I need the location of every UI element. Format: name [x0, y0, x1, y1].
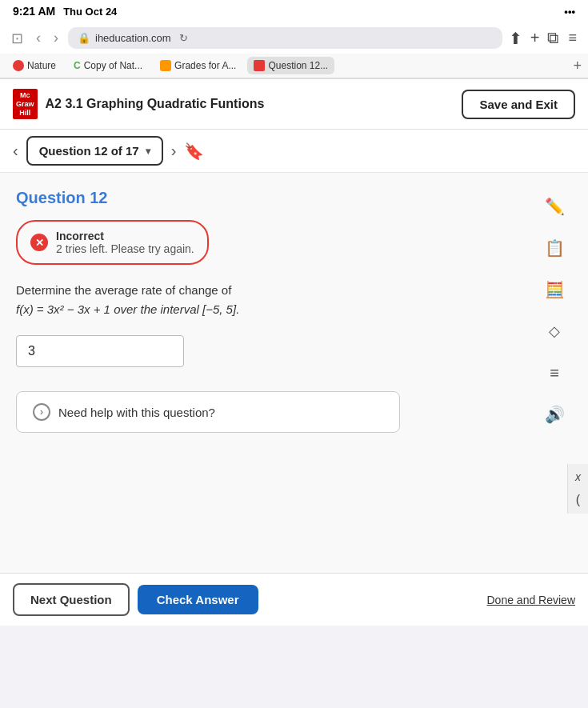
app-header: Mc Graw Hill A2 3.1 Graphing Quadratic F… — [0, 79, 588, 130]
tab-label-copy: Copy of Nat... — [84, 60, 142, 71]
question-nav-next-btn[interactable]: › — [171, 142, 177, 160]
logo-line2: Graw — [16, 100, 34, 109]
logo-line3: Hill — [16, 109, 34, 118]
chevron-down-icon: ▾ — [146, 146, 150, 157]
share-btn[interactable]: ⬆ — [509, 29, 522, 48]
tab-label-grades: Grades for A... — [174, 60, 236, 71]
tab-grades[interactable]: Grades for A... — [154, 57, 242, 74]
menu-btn[interactable]: ≡ — [565, 28, 580, 48]
status-icons: ••• — [564, 6, 575, 18]
help-chevron-icon: › — [33, 403, 50, 421]
back-btn[interactable]: ‹ — [33, 28, 44, 48]
save-exit-button[interactable]: Save and Exit — [462, 90, 575, 119]
question-title: Question 12 — [16, 189, 537, 207]
question-area: Question 12 ✕ Incorrect 2 tries left. Pl… — [0, 173, 588, 573]
question-body: Determine the average rate of change of … — [16, 281, 537, 319]
sidebar-x-label: x — [575, 470, 581, 483]
question-content: Question 12 ✕ Incorrect 2 tries left. Pl… — [16, 189, 537, 557]
question-nav-back-btn[interactable]: ‹ — [13, 142, 18, 160]
incorrect-detail: 2 tries left. Please try again. — [56, 242, 194, 255]
incorrect-text: Incorrect 2 tries left. Please try again… — [56, 230, 194, 255]
done-review-button[interactable]: Done and Review — [486, 594, 575, 606]
mcgraw-logo: Mc Graw Hill — [13, 89, 38, 119]
question-nav: ‹ Question 12 of 17 ▾ › 🔖 — [0, 130, 588, 173]
calculator-icon: 🧮 — [545, 280, 565, 299]
answer-input-wrap — [16, 335, 184, 367]
help-text: Need help with this question? — [58, 406, 215, 419]
help-button[interactable]: › Need help with this question? — [16, 391, 400, 433]
list-tool-btn[interactable]: 📋 — [540, 234, 569, 262]
sidebar-paren-label: ( — [576, 493, 580, 507]
math-formula: f(x) = 3x² − 3x + 1 over the interval [−… — [16, 302, 239, 316]
bookmark-btn[interactable]: 🔖 — [184, 142, 204, 161]
add-tab-plus-btn[interactable]: + — [573, 58, 582, 74]
tab-nature[interactable]: Nature — [6, 57, 62, 74]
browser-chrome: ⊡ ‹ › 🔒 iheducation.com ↻ ⬆ + ⧉ ≡ Nature — [0, 22, 588, 79]
refresh-icon: ↻ — [179, 32, 188, 44]
lines-icon: ≡ — [550, 364, 559, 382]
check-answer-button[interactable]: Check Answer — [138, 585, 258, 614]
eraser-icon: ◇ — [549, 322, 560, 340]
question-selector[interactable]: Question 12 of 17 ▾ — [26, 136, 163, 166]
app-content: Mc Graw Hill A2 3.1 Graphing Quadratic F… — [0, 79, 588, 626]
next-question-button[interactable]: Next Question — [13, 583, 130, 616]
logo-line1: Mc — [16, 91, 34, 100]
speaker-icon: 🔊 — [545, 405, 565, 424]
right-sidebar: x ( — [567, 464, 588, 514]
tab-favicon-nature — [13, 60, 24, 71]
forward-btn[interactable]: › — [50, 28, 62, 48]
address-bar[interactable]: 🔒 iheducation.com ↻ — [68, 27, 502, 49]
tab-switcher-btn[interactable]: ⊡ — [8, 28, 26, 49]
tab-favicon-q12 — [254, 60, 265, 71]
add-tab-btn[interactable]: + — [530, 29, 540, 47]
lock-icon: 🔒 — [78, 32, 90, 44]
pencil-icon: ✏️ — [545, 197, 565, 216]
tab-label-nature: Nature — [27, 60, 56, 71]
address-text: iheducation.com — [95, 32, 171, 44]
status-bar: 9:21 AM Thu Oct 24 ••• — [0, 0, 588, 22]
app-title: A2 3.1 Graphing Quadratic Funtions — [46, 97, 265, 111]
status-time: 9:21 AM — [13, 5, 55, 18]
calculator-tool-btn[interactable]: 🧮 — [540, 275, 569, 304]
tab-c-icon-1: C — [74, 60, 81, 71]
tab-label-q12: Question 12... — [268, 60, 328, 71]
question-selector-label: Question 12 of 17 — [39, 144, 139, 158]
pencil-tool-btn[interactable]: ✏️ — [540, 192, 569, 221]
answer-input[interactable] — [28, 344, 172, 358]
bottom-bar: Next Question Check Answer Done and Revi… — [0, 573, 588, 626]
app-header-left: Mc Graw Hill A2 3.1 Graphing Quadratic F… — [13, 89, 264, 119]
question-body-text: Determine the average rate of change of — [16, 283, 231, 297]
incorrect-badge: ✕ Incorrect 2 tries left. Please try aga… — [16, 220, 209, 265]
incorrect-icon: ✕ — [30, 234, 48, 251]
speaker-tool-btn[interactable]: 🔊 — [540, 400, 569, 429]
browser-actions: ⬆ + ⧉ — [509, 29, 559, 48]
tabs-bar: Nature C Copy of Nat... Grades for A... … — [0, 54, 588, 78]
tab-copy-nat[interactable]: C Copy of Nat... — [67, 57, 149, 74]
tab-question12[interactable]: Question 12... — [247, 57, 334, 74]
incorrect-label: Incorrect — [56, 230, 194, 242]
browser-toolbar: ⊡ ‹ › 🔒 iheducation.com ↻ ⬆ + ⧉ ≡ — [0, 22, 588, 54]
status-date: Thu Oct 24 — [63, 6, 117, 18]
lines-tool-btn[interactable]: ≡ — [540, 358, 569, 387]
tab-favicon-grades — [160, 60, 171, 71]
tabs-btn[interactable]: ⧉ — [547, 29, 558, 47]
list-icon: 📋 — [545, 238, 565, 258]
eraser-tool-btn[interactable]: ◇ — [540, 317, 569, 346]
status-dots: ••• — [564, 6, 575, 18]
